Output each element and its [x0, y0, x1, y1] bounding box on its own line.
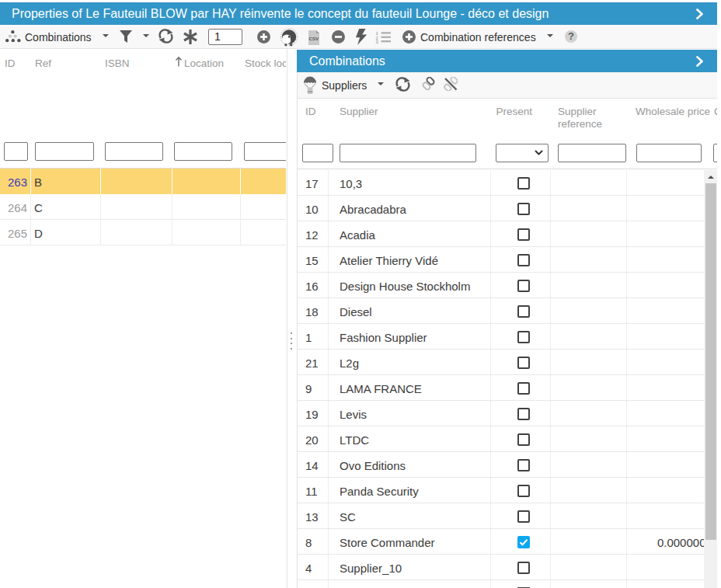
- svg-text:3: 3: [376, 40, 379, 44]
- svg-text:CSV: CSV: [309, 37, 319, 41]
